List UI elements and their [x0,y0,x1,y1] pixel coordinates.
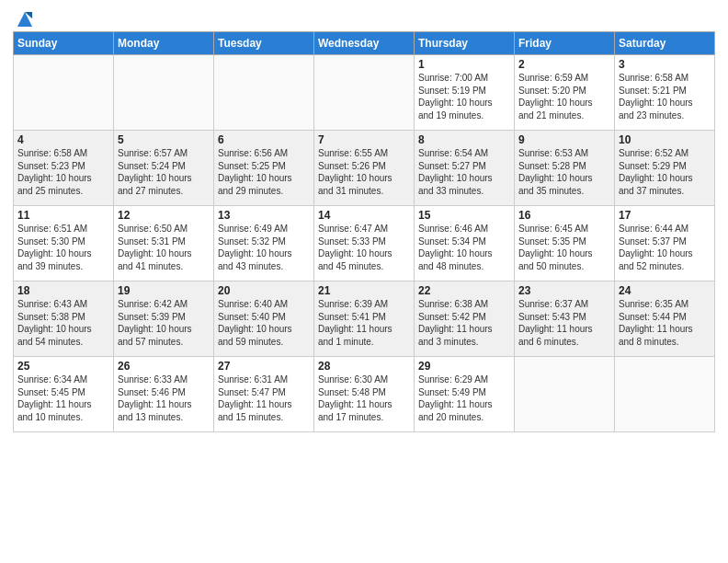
calendar-day-cell: 17Sunrise: 6:44 AMSunset: 5:37 PMDayligh… [615,206,715,282]
calendar-week-row: 4Sunrise: 6:58 AMSunset: 5:23 PMDaylight… [14,131,715,206]
calendar-day-cell: 13Sunrise: 6:49 AMSunset: 5:32 PMDayligh… [214,206,314,282]
calendar-day-header: Sunday [14,32,114,55]
calendar-day-cell: 2Sunrise: 6:59 AMSunset: 5:20 PMDaylight… [515,55,615,131]
calendar-week-row: 11Sunrise: 6:51 AMSunset: 5:30 PMDayligh… [14,206,715,282]
day-number: 26 [118,360,210,373]
day-number: 10 [619,133,711,146]
day-number: 4 [17,133,109,146]
calendar-day-cell: 29Sunrise: 6:29 AMSunset: 5:49 PMDayligh… [415,357,515,432]
day-info: Sunrise: 6:30 AMSunset: 5:48 PMDaylight:… [318,373,410,423]
day-info: Sunrise: 6:43 AMSunset: 5:38 PMDaylight:… [17,298,109,348]
day-number: 15 [418,209,510,222]
day-info: Sunrise: 6:39 AMSunset: 5:41 PMDaylight:… [318,298,410,348]
day-info: Sunrise: 6:35 AMSunset: 5:44 PMDaylight:… [619,298,711,348]
day-info: Sunrise: 6:57 AMSunset: 5:24 PMDaylight:… [118,147,210,197]
day-number: 21 [318,284,410,297]
calendar-day-cell: 27Sunrise: 6:31 AMSunset: 5:47 PMDayligh… [214,357,314,432]
calendar-day-cell: 25Sunrise: 6:34 AMSunset: 5:45 PMDayligh… [14,357,114,432]
calendar-day-cell: 14Sunrise: 6:47 AMSunset: 5:33 PMDayligh… [314,206,415,282]
calendar-day-cell: 3Sunrise: 6:58 AMSunset: 5:21 PMDaylight… [615,55,715,131]
day-info: Sunrise: 6:40 AMSunset: 5:40 PMDaylight:… [218,298,310,348]
day-number: 11 [17,209,109,222]
day-number: 28 [318,360,410,373]
calendar-week-row: 25Sunrise: 6:34 AMSunset: 5:45 PMDayligh… [14,357,715,432]
day-number: 16 [518,209,610,222]
day-info: Sunrise: 6:44 AMSunset: 5:37 PMDaylight:… [619,223,711,272]
calendar-day-cell: 6Sunrise: 6:56 AMSunset: 5:25 PMDaylight… [214,131,314,206]
day-info: Sunrise: 6:52 AMSunset: 5:29 PMDaylight:… [619,147,711,197]
calendar-day-cell: 22Sunrise: 6:38 AMSunset: 5:42 PMDayligh… [415,282,515,357]
calendar-day-cell [214,55,314,131]
day-info: Sunrise: 6:58 AMSunset: 5:21 PMDaylight:… [619,72,711,121]
day-number: 7 [318,133,410,146]
day-number: 17 [619,209,711,222]
day-info: Sunrise: 6:56 AMSunset: 5:25 PMDaylight:… [218,147,310,197]
logo [13,9,35,26]
calendar-day-header: Thursday [415,32,515,55]
day-number: 9 [518,133,610,146]
calendar-day-cell: 26Sunrise: 6:33 AMSunset: 5:46 PMDayligh… [114,357,214,432]
calendar-day-cell: 11Sunrise: 6:51 AMSunset: 5:30 PMDayligh… [14,206,114,282]
day-info: Sunrise: 6:51 AMSunset: 5:30 PMDaylight:… [17,223,109,272]
calendar-day-cell: 24Sunrise: 6:35 AMSunset: 5:44 PMDayligh… [615,282,715,357]
calendar-day-cell: 9Sunrise: 6:53 AMSunset: 5:28 PMDaylight… [515,131,615,206]
calendar-day-cell: 8Sunrise: 6:54 AMSunset: 5:27 PMDaylight… [415,131,515,206]
day-number: 24 [619,284,711,297]
day-info: Sunrise: 6:46 AMSunset: 5:34 PMDaylight:… [418,223,510,272]
header [13,9,715,26]
calendar-day-cell [14,55,114,131]
calendar-header-row: SundayMondayTuesdayWednesdayThursdayFrid… [14,32,715,55]
day-number: 19 [118,284,210,297]
day-info: Sunrise: 6:45 AMSunset: 5:35 PMDaylight:… [518,223,610,272]
calendar-day-cell: 10Sunrise: 6:52 AMSunset: 5:29 PMDayligh… [615,131,715,206]
day-info: Sunrise: 6:58 AMSunset: 5:23 PMDaylight:… [17,147,109,197]
calendar-day-cell: 7Sunrise: 6:55 AMSunset: 5:26 PMDaylight… [314,131,415,206]
calendar-day-header: Saturday [615,32,715,55]
calendar-day-cell [314,55,415,131]
day-info: Sunrise: 6:50 AMSunset: 5:31 PMDaylight:… [118,223,210,272]
day-number: 29 [418,360,510,373]
calendar-day-cell: 23Sunrise: 6:37 AMSunset: 5:43 PMDayligh… [515,282,615,357]
calendar-day-header: Tuesday [214,32,314,55]
day-number: 6 [218,133,310,146]
day-info: Sunrise: 6:55 AMSunset: 5:26 PMDaylight:… [318,147,410,197]
calendar-day-cell [515,357,615,432]
calendar-day-cell: 21Sunrise: 6:39 AMSunset: 5:41 PMDayligh… [314,282,415,357]
day-number: 3 [619,58,711,71]
calendar-day-cell: 12Sunrise: 6:50 AMSunset: 5:31 PMDayligh… [114,206,214,282]
day-number: 1 [418,58,510,71]
calendar-day-header: Friday [515,32,615,55]
day-info: Sunrise: 6:33 AMSunset: 5:46 PMDaylight:… [118,373,210,423]
day-number: 8 [418,133,510,146]
day-info: Sunrise: 6:42 AMSunset: 5:39 PMDaylight:… [118,298,210,348]
calendar-day-cell: 4Sunrise: 6:58 AMSunset: 5:23 PMDaylight… [14,131,114,206]
calendar-week-row: 1Sunrise: 7:00 AMSunset: 5:19 PMDaylight… [14,55,715,131]
calendar-day-cell: 15Sunrise: 6:46 AMSunset: 5:34 PMDayligh… [415,206,515,282]
day-info: Sunrise: 6:49 AMSunset: 5:32 PMDaylight:… [218,223,310,272]
day-number: 22 [418,284,510,297]
day-number: 12 [118,209,210,222]
calendar-day-header: Wednesday [314,32,415,55]
page: SundayMondayTuesdayWednesdayThursdayFrid… [0,0,728,563]
calendar-day-cell: 1Sunrise: 7:00 AMSunset: 5:19 PMDaylight… [415,55,515,131]
day-number: 13 [218,209,310,222]
day-number: 14 [318,209,410,222]
day-number: 5 [118,133,210,146]
calendar: SundayMondayTuesdayWednesdayThursdayFrid… [13,31,715,432]
day-info: Sunrise: 6:53 AMSunset: 5:28 PMDaylight:… [518,147,610,197]
calendar-day-cell [114,55,214,131]
day-info: Sunrise: 7:00 AMSunset: 5:19 PMDaylight:… [418,72,510,121]
day-number: 18 [17,284,109,297]
day-number: 25 [17,360,109,373]
calendar-day-cell: 5Sunrise: 6:57 AMSunset: 5:24 PMDaylight… [114,131,214,206]
day-info: Sunrise: 6:59 AMSunset: 5:20 PMDaylight:… [518,72,610,121]
day-info: Sunrise: 6:37 AMSunset: 5:43 PMDaylight:… [518,298,610,348]
calendar-week-row: 18Sunrise: 6:43 AMSunset: 5:38 PMDayligh… [14,282,715,357]
day-info: Sunrise: 6:54 AMSunset: 5:27 PMDaylight:… [418,147,510,197]
calendar-day-cell [615,357,715,432]
day-info: Sunrise: 6:29 AMSunset: 5:49 PMDaylight:… [418,373,510,423]
logo-icon [15,9,35,29]
calendar-day-cell: 28Sunrise: 6:30 AMSunset: 5:48 PMDayligh… [314,357,415,432]
day-number: 2 [518,58,610,71]
calendar-day-cell: 18Sunrise: 6:43 AMSunset: 5:38 PMDayligh… [14,282,114,357]
